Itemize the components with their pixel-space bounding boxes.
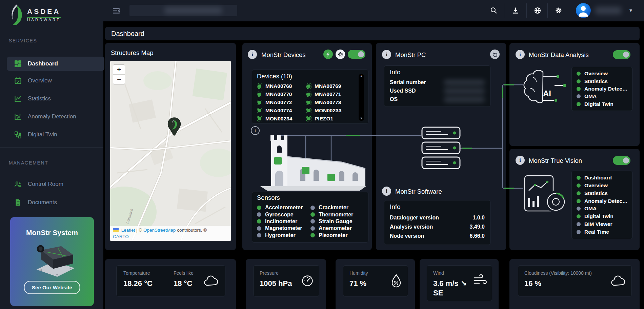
- software-card-title: MonStr Software: [395, 188, 442, 195]
- device-item: MNA00769: [306, 83, 355, 90]
- device-item: MNA00772: [257, 99, 306, 106]
- power-lightning-button[interactable]: [323, 50, 333, 59]
- feature-item: Digital Twin: [577, 213, 632, 219]
- info-label: Serial number: [390, 79, 426, 85]
- info-value: 3.49.0: [470, 224, 485, 230]
- humidity-card: Humidity 71 %: [336, 259, 415, 309]
- feature-item: Real Time: [577, 229, 632, 235]
- device-id: MNA00773: [315, 99, 341, 105]
- status-dot: [577, 184, 581, 188]
- devices-settings-button[interactable]: [336, 50, 345, 59]
- sidebar-item-statistics[interactable]: Statistics: [7, 92, 104, 106]
- sensor-item: Gyroscope: [257, 211, 310, 218]
- see-our-website-button[interactable]: See Our Website: [24, 281, 80, 294]
- map-canvas[interactable]: + − Adriatica Leaflet | © OpenStreetMap …: [110, 61, 231, 241]
- info-icon[interactable]: i: [516, 156, 525, 165]
- scroll-down-icon[interactable]: ▼: [360, 117, 363, 120]
- cloudiness-value: 16 %: [524, 279, 541, 288]
- feature-label: Statistics: [584, 78, 608, 84]
- data-analysis-list: Overview Statistics Anomaly Detec…: [572, 67, 632, 111]
- feature-label: Real Time: [584, 229, 609, 235]
- software-info-rows: Datalogger version 1.0.0 Analysis versio…: [390, 215, 485, 239]
- monstr-pc-card: i MonStr PC Info Serial number Used SSD: [376, 43, 506, 250]
- info-icon[interactable]: i: [516, 50, 525, 59]
- info-row: Node version 6.66.0: [390, 233, 485, 239]
- map-zoom-in-button[interactable]: +: [113, 65, 125, 75]
- info-row: Serial number: [390, 79, 485, 85]
- device-id: MNA00769: [315, 83, 341, 89]
- feature-label: OMA: [584, 206, 597, 212]
- map-zoom-out-button[interactable]: −: [113, 75, 125, 84]
- map-attribution: Leaflet | © OpenStreetMap contributors, …: [110, 226, 231, 241]
- sidebar-item-overview[interactable]: Overview: [7, 74, 104, 88]
- status-dot: [577, 72, 581, 76]
- sidebar-item-control-room[interactable]: Control Room: [7, 177, 104, 191]
- status-dot: [577, 191, 581, 195]
- download-icon[interactable]: [512, 7, 519, 14]
- feels-like-value: 18 °C: [174, 279, 192, 288]
- chevron-down-icon[interactable]: ▾: [629, 8, 632, 13]
- sensor-name: Crackmeter: [319, 205, 348, 211]
- feature-label: OMA: [584, 93, 597, 99]
- sidebar-item-anomaly-detection[interactable]: Anomaly Detection: [7, 110, 104, 124]
- map-marker-pin[interactable]: [167, 117, 181, 136]
- status-dot: [577, 199, 581, 203]
- wind-card: Wind 3.6 m/s ↘ SE: [420, 259, 499, 309]
- leaflet-link[interactable]: Leaflet: [121, 228, 135, 233]
- search-icon[interactable]: [490, 7, 498, 14]
- line-chart-icon: [14, 95, 22, 102]
- feature-item: Overview: [577, 71, 632, 77]
- sidebar-item-label: Dashboard: [28, 60, 58, 67]
- feature-item: OMA: [577, 93, 632, 99]
- devices-scrollbar[interactable]: ▲ ▼: [359, 74, 364, 121]
- chip-icon: [306, 83, 311, 89]
- data-analysis-toggle[interactable]: [613, 50, 630, 59]
- monstr-true-vision-card: i MonStr True Vision Dashboard Overview: [509, 149, 640, 250]
- sidebar-collapse-icon[interactable]: [112, 6, 121, 15]
- info-icon[interactable]: i: [382, 50, 391, 59]
- sidebar-item-digital-twin[interactable]: Digital Twin: [7, 128, 104, 142]
- device-item: MNA00774: [257, 107, 306, 114]
- humidity-value: 71 %: [349, 279, 366, 288]
- history-clock-icon: [492, 52, 498, 57]
- wind-direction: SE: [433, 289, 443, 297]
- wind-icon: [473, 274, 487, 287]
- people-icon: [14, 180, 22, 188]
- sensor-item: Strain Gauge: [310, 218, 364, 225]
- page-title-bar: Dashboard: [105, 27, 640, 40]
- sidebar-item-label: Statistics: [28, 95, 51, 102]
- feature-label: Anomaly Detec…: [584, 198, 627, 204]
- devices-toggle[interactable]: [348, 50, 365, 59]
- info-icon[interactable]: i: [248, 50, 257, 59]
- status-dot: [577, 176, 581, 180]
- true-vision-toggle[interactable]: [613, 156, 630, 165]
- pc-info-title: Info: [390, 69, 401, 76]
- refresh-history-button[interactable]: [490, 50, 500, 59]
- sensor-item: Hygrometer: [257, 232, 310, 239]
- openstreetmap-link[interactable]: OpenStreetMap: [143, 228, 176, 233]
- sensor-name: Anemometer: [319, 225, 352, 231]
- sidebar-item-documents[interactable]: Documents: [7, 195, 104, 210]
- globe-icon[interactable]: [534, 7, 541, 14]
- feature-label: Overview: [584, 71, 608, 77]
- true-vision-title: MonStr True Vision: [529, 157, 582, 165]
- user-avatar[interactable]: [576, 3, 591, 18]
- redacted-search-text: [164, 7, 222, 14]
- feature-label: Digital Twin: [584, 101, 613, 107]
- gear-icon[interactable]: [555, 7, 562, 14]
- structure-info-icon[interactable]: i: [251, 126, 260, 135]
- brand-name: ASDEA: [27, 7, 61, 18]
- temperature-value: 18.26 °C: [123, 279, 153, 288]
- status-dot: [577, 207, 581, 211]
- scroll-up-icon[interactable]: ▲: [360, 75, 363, 78]
- redacted-value: [444, 80, 485, 85]
- feature-item: Overview: [577, 182, 632, 189]
- carto-link[interactable]: CARTO: [113, 234, 129, 239]
- chip-icon: [257, 108, 262, 113]
- structures-map-card: Structures Map: [105, 43, 236, 250]
- sensor-item: Magnetometer: [257, 225, 310, 232]
- status-dot: [257, 226, 261, 231]
- feature-item: Dashboard: [577, 175, 632, 181]
- info-icon[interactable]: i: [382, 187, 391, 196]
- sidebar-item-dashboard[interactable]: Dashboard: [7, 57, 104, 71]
